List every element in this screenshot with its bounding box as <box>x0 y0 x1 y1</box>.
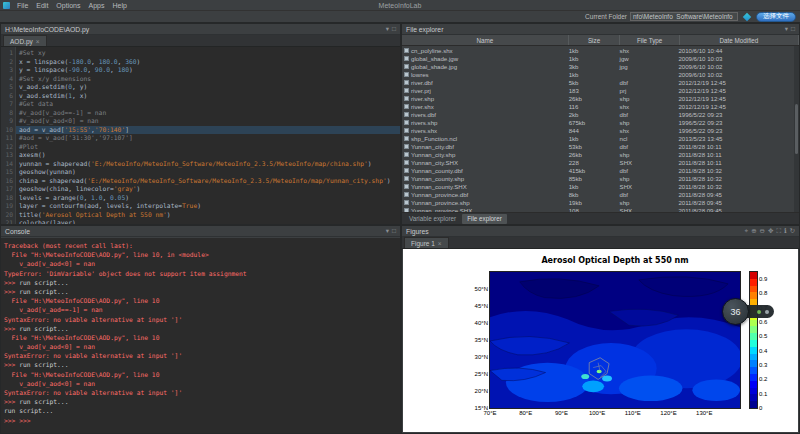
colorbar-segment <box>750 326 757 333</box>
code-line[interactable]: #Set xy <box>16 49 400 58</box>
code-line[interactable]: y = linspace(-90.0, 90.0, 180) <box>16 66 400 75</box>
menu-options[interactable]: Options <box>52 2 84 9</box>
file-type: shp <box>618 175 677 182</box>
tab-aod-py[interactable]: AOD.py × <box>3 35 47 46</box>
current-folder-input[interactable]: nfo\MeteoInfo_Software\MeteoInfo <box>630 12 738 21</box>
code-line[interactable]: #Plot <box>16 143 400 152</box>
code-line[interactable]: v_aod.setdim(1, x) <box>16 92 400 101</box>
colorbar-tick-label: 0.3 <box>757 362 767 368</box>
menu-icon[interactable]: ▾ <box>386 26 389 33</box>
file-type: shx <box>618 103 677 110</box>
tab-figure-1[interactable]: Figure 1 × <box>404 237 449 248</box>
table-row[interactable]: Yunnan_city.shp26kbshp2011/8/28 10:11 <box>402 150 794 158</box>
menu-apps[interactable]: Apps <box>84 2 108 9</box>
zoom-out-icon[interactable]: ⊖ <box>760 228 765 235</box>
file-list-scrollbar[interactable] <box>794 46 799 212</box>
column-header-date-modified[interactable]: Date Modified <box>680 35 799 45</box>
code-editor[interactable]: 123456789101112131415161718192021 #Set x… <box>1 47 400 224</box>
console-header: Console ▾□ <box>1 226 400 237</box>
code-line[interactable]: axesm() <box>16 151 400 160</box>
code-line[interactable]: geoshow(china, linecolor='gray') <box>16 185 400 194</box>
file-date: 2011/8/28 10:11 <box>676 159 794 166</box>
table-row[interactable]: shp_Function.ncl1kbncl2013/5/23 13:45 <box>402 134 794 142</box>
code-line[interactable]: #aod = v_aod['31:30','97:107'] <box>16 134 400 143</box>
table-row[interactable]: global_shade.jpg3kbjpg2009/6/10 10:02 <box>402 62 794 70</box>
table-row[interactable]: rivers.dbf2kbdbf1996/5/22 09:23 <box>402 110 794 118</box>
code-line[interactable]: layer = contourfm(aod, levels, interpola… <box>16 202 400 211</box>
menu-help[interactable]: Help <box>108 2 130 9</box>
code-line[interactable]: china = shaperead('E:/MeteoInfo/MeteoInf… <box>16 177 400 186</box>
stop-dot-icon[interactable] <box>765 310 769 314</box>
code-line[interactable]: x = linspace(-180.0, 180.0, 360) <box>16 58 400 67</box>
scrollbar-thumb[interactable] <box>795 104 798 154</box>
colorbar-tick-label: 0.9 <box>757 276 767 282</box>
table-row[interactable]: global_shade.jgw1kbjgw2009/6/10 10:03 <box>402 54 794 62</box>
table-row[interactable]: river.dbf5kbdbf2012/12/19 12:45 <box>402 78 794 86</box>
menu-icon[interactable]: ▾ <box>386 228 389 235</box>
table-row[interactable]: Yunnan_province.dbf8kbdbf2011/8/28 09:45 <box>402 190 794 198</box>
bottom-tab-file-explorer[interactable]: File explorer <box>462 214 507 224</box>
table-row[interactable]: Yunnan_province.shp19kbshp2011/8/28 09:4… <box>402 198 794 206</box>
close-icon[interactable]: × <box>36 38 40 45</box>
table-row[interactable]: Yunnan_city.dbf53kbdbf2011/8/28 10:11 <box>402 142 794 150</box>
console-output[interactable]: Traceback (most recent call last): File … <box>1 238 400 433</box>
menu-edit[interactable]: Edit <box>32 2 52 9</box>
table-row[interactable]: rivers.shp675kbshp1996/5/22 09:23 <box>402 118 794 126</box>
table-row[interactable]: Yunnan_county.shp85kbshp2011/8/28 10:32 <box>402 174 794 182</box>
table-row[interactable]: river.shx116shx2012/12/19 12:45 <box>402 102 794 110</box>
float-icon[interactable]: □ <box>392 228 396 235</box>
file-size: 1kb <box>567 71 618 78</box>
toolbar: Current Folder nfo\MeteoInfo_Software\Me… <box>0 11 800 23</box>
code-line[interactable]: #Set x/y dimensions <box>16 75 400 84</box>
column-header-file-type[interactable]: File Type <box>620 35 680 45</box>
pan-icon[interactable]: ✥ <box>768 228 773 235</box>
table-row[interactable]: cn_polyline.shx1kbshx2010/6/10 10:44 <box>402 46 794 54</box>
identify-icon[interactable]: ℹ <box>784 228 786 235</box>
menu-file[interactable]: File <box>13 2 32 9</box>
table-row[interactable]: river.shp26kbshp2012/12/19 12:45 <box>402 94 794 102</box>
bottom-tab-variable-explorer[interactable]: Variable explorer <box>404 214 461 224</box>
console-line: >>> run script... <box>4 360 397 369</box>
column-header-name[interactable]: Name <box>402 35 569 45</box>
code-line[interactable]: #v_aod[v_aod<0] = nan <box>16 117 400 126</box>
console-line: v_aod[v_aod==-1] = nan <box>4 305 397 314</box>
file-explorer-header-icons: ▾□ <box>785 26 795 33</box>
code-line[interactable]: yunnan = shaperead('E:/MeteoInfo/MeteoIn… <box>16 160 400 169</box>
plot-area[interactable]: 50°N45°N40°N35°N30°N25°N20°N15°N70°E80°E… <box>489 271 741 409</box>
file-type: ncl <box>618 135 677 142</box>
browse-folder-icon[interactable] <box>743 12 751 20</box>
select-icon[interactable]: ⌖ <box>744 228 748 235</box>
table-row[interactable]: Yunnan_county.SHX1kbSHX2011/8/28 10:32 <box>402 182 794 190</box>
table-row[interactable]: rivers.shx844shx1996/5/22 09:23 <box>402 126 794 134</box>
table-row[interactable]: lowres1kb2009/6/10 10:02 <box>402 70 794 78</box>
record-dot-icon[interactable] <box>757 310 761 314</box>
full-extent-icon[interactable]: ⛶ <box>777 228 782 235</box>
file-name: rivers.shx <box>411 127 437 134</box>
close-icon[interactable]: × <box>438 240 442 247</box>
float-icon[interactable]: □ <box>791 26 795 33</box>
current-folder-label: Current Folder <box>585 13 627 20</box>
code-line[interactable]: title('Aerosol Optical Depth at 550 nm') <box>16 211 400 220</box>
code-line[interactable]: geoshow(yunnan) <box>16 168 400 177</box>
overlay-counter-badge[interactable]: 36 <box>722 298 749 325</box>
code-line[interactable]: #v_aod[v_aod==-1] = nan <box>16 109 400 118</box>
zoom-in-icon[interactable]: ⊕ <box>751 228 756 235</box>
console-line: >>> run script... <box>4 278 397 287</box>
code-line[interactable]: levels = arange(0, 1.0, 0.05) <box>16 194 400 203</box>
column-header-size[interactable]: Size <box>569 35 621 45</box>
table-row[interactable]: Yunnan_city.SHX228SHX2011/8/28 10:11 <box>402 158 794 166</box>
figure-title: Aerosol Optical Depth at 550 nm <box>489 256 741 265</box>
code-line[interactable]: #Get data <box>16 100 400 109</box>
console-line: File "H:\MeteoInfoCODE\AOD.py", line 10,… <box>4 250 397 259</box>
editor-code[interactable]: #Set xyx = linspace(-180.0, 180.0, 360)y… <box>16 47 400 224</box>
choose-folder-button[interactable]: 选择文件 <box>756 12 796 22</box>
console-line: >>> run script... <box>4 324 397 333</box>
table-row[interactable]: Yunnan_county.dbf415kbdbf2011/8/28 10:32 <box>402 166 794 174</box>
rotate-icon[interactable]: ↻ <box>790 228 795 235</box>
code-line[interactable]: aod = v_aod['15:55','70:140'] <box>16 126 400 135</box>
table-row[interactable]: river.prj183prj2012/12/19 12:45 <box>402 86 794 94</box>
code-line[interactable]: v_aod.setdim(0, y) <box>16 83 400 92</box>
float-icon[interactable]: □ <box>392 26 396 33</box>
menu-icon[interactable]: ▾ <box>785 26 788 33</box>
code-line[interactable]: colorbar(layer) <box>16 219 400 224</box>
